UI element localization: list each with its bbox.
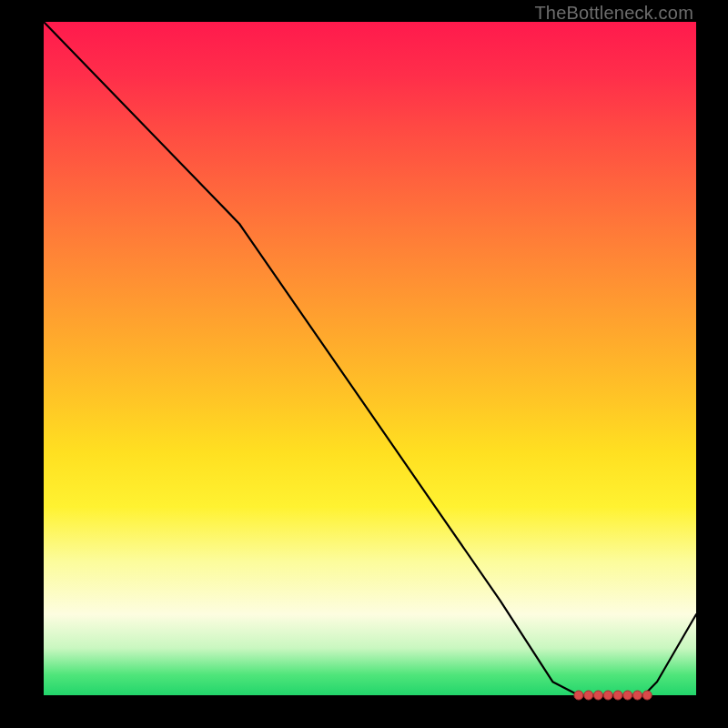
marker-dot: [593, 691, 602, 700]
chart-svg: [44, 22, 696, 695]
marker-dot: [574, 691, 583, 700]
marker-dot: [633, 691, 642, 700]
marker-dot: [603, 691, 612, 700]
marker-dot: [584, 691, 593, 700]
plot-area: [44, 22, 696, 695]
watermark-text: TheBottleneck.com: [534, 3, 693, 24]
marker-dot: [623, 691, 632, 700]
marker-dot: [613, 691, 622, 700]
bottom-markers: [574, 691, 652, 700]
chart-frame: TheBottleneck.com: [0, 0, 728, 728]
data-curve: [44, 22, 696, 695]
marker-dot: [642, 691, 652, 700]
